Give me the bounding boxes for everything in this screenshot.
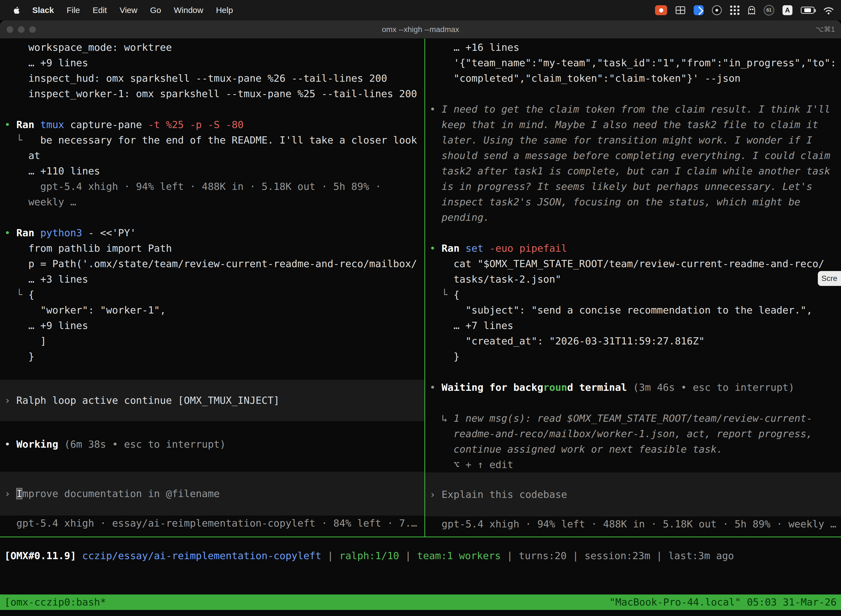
menu-view[interactable]: View: [113, 0, 144, 21]
menu-help[interactable]: Help: [210, 0, 239, 21]
terminal-line: [4, 421, 424, 437]
terminal-line: }: [4, 349, 424, 364]
terminal-line: at: [4, 148, 424, 163]
minimize-button[interactable]: [18, 26, 25, 33]
terminal-line: inspect_hud: omx sparkshell --tmux-pane …: [4, 70, 424, 86]
terminal-line: is in progress? It seems likely but perh…: [429, 179, 841, 194]
terminal-line: └ {: [4, 287, 424, 302]
grid-table-icon[interactable]: [675, 6, 686, 14]
screen-share-overlay-label: Scre: [821, 274, 837, 283]
battery-icon[interactable]: [801, 7, 815, 14]
terminal-line: [429, 395, 841, 411]
terminal-line: "completed","claim_token":"claim-token"}…: [429, 70, 841, 86]
terminal-line: [429, 364, 841, 380]
terminal-line: from pathlib import Path: [4, 241, 424, 256]
terminal-line: • Ran python3 - <<'PY': [4, 225, 424, 241]
close-button[interactable]: [7, 26, 13, 33]
menu-go[interactable]: Go: [144, 0, 167, 21]
traffic-lights: [7, 21, 36, 38]
terminal-line: '{"team_name":"my-team","task_id":"1","f…: [429, 55, 841, 70]
terminal-line: readme-and-reco/mailbox/worker-1.json, a…: [429, 426, 841, 441]
screen-recording-indicator-icon[interactable]: [655, 5, 667, 15]
battery-fill: [804, 8, 811, 12]
record-dot-icon: [659, 8, 663, 12]
terminal-line: [429, 86, 841, 101]
pane-bottom-border: [0, 537, 841, 537]
terminal-line: ⌥ + ↑ edit: [429, 457, 841, 472]
terminal-line: "created_at": "2026-03-31T11:59:27.816Z": [429, 333, 841, 349]
menu-window[interactable]: Window: [167, 0, 210, 21]
terminal-line: inspect task2's JSON, focusing on the st…: [429, 194, 841, 210]
tmux-pane-right[interactable]: … +16 lines '{"team_name":"my-team","tas…: [425, 39, 841, 537]
terminal-line: "worker": "worker-1",: [4, 302, 424, 318]
right-prompt-input[interactable]: › Explain this codebase: [425, 472, 841, 516]
left-working-status: • Working (6m 38s • esc to interrupt): [4, 421, 424, 468]
omx-status-line: [OMX#0.11.9] cczip/essay/ai-reimplementa…: [4, 548, 838, 563]
terminal-line: [4, 364, 424, 380]
terminal-line: … +9 lines: [4, 318, 424, 333]
terminal-line: … +16 lines: [429, 40, 841, 55]
terminal-line: "subject": "send a concise recommendatio…: [429, 302, 841, 318]
menu-bar: Slack File Edit View Go Window Help 61 A: [0, 0, 841, 21]
terminal-line: … +7 lines: [429, 318, 841, 333]
terminal-line: [4, 452, 424, 468]
menu-file[interactable]: File: [60, 0, 86, 21]
tmux-host-time-label: "MacBook-Pro-44.local" 05:03 31-Mar-26: [609, 594, 837, 610]
terminal-line: • I need to get the claim token from the…: [429, 101, 841, 117]
terminal-line: should send a message before completing …: [429, 148, 841, 163]
terminal-line: p = Path('.omx/state/team/review-current…: [4, 256, 424, 271]
terminal-line: › Ralph loop active continue [OMX_TMUX_I…: [4, 393, 280, 408]
terminal-line: continue assigned work or next feasible …: [429, 441, 841, 457]
terminal-window: omx --xhigh --madmax ⌥⌘1 workspace_mode:…: [0, 21, 841, 616]
terminal-line: inspect_worker-1: omx sparkshell --tmux-…: [4, 86, 424, 101]
left-prompt-input[interactable]: › Improve documentation in @filename: [0, 472, 424, 516]
screen-share-overlay[interactable]: Scre: [818, 271, 841, 286]
terminal-line: └ {: [429, 287, 841, 302]
terminal-line: › Explain this codebase: [429, 487, 567, 502]
left-model-status-line: gpt-5.4 xhigh · essay/ai-reimplementatio…: [4, 516, 424, 531]
terminal-line: }: [429, 349, 841, 364]
terminal-line: pending.: [429, 210, 841, 225]
terminal-line: [OMX#0.11.9] cczip/essay/ai-reimplementa…: [4, 548, 838, 563]
terminal-line: › Improve documentation in @filename: [4, 486, 220, 502]
right-model-status-line: gpt-5.4 xhigh · 94% left · 488K in · 5.1…: [429, 516, 841, 532]
tmux-session-label: [omx-cczip0:bash*: [4, 594, 106, 610]
dark-circle-icon[interactable]: [712, 5, 722, 15]
input-source-icon[interactable]: A: [782, 5, 793, 15]
terminal-line: keep that in mind. Maybe I also need the…: [429, 117, 841, 132]
tmux-status-bar: [omx-cczip0:bash* "MacBook-Pro-44.local"…: [0, 594, 841, 610]
right-scrollback: … +16 lines '{"team_name":"my-team","tas…: [429, 40, 841, 472]
dots-grid-icon[interactable]: [730, 6, 740, 15]
apple-menu-icon[interactable]: [11, 5, 22, 16]
terminal-line: weekly …: [4, 194, 424, 210]
terminal-line: … +9 lines: [4, 55, 424, 70]
ghost-icon[interactable]: [748, 6, 756, 15]
terminal-line: task2 after task1 is complete, but can I…: [429, 163, 841, 179]
terminal-line: later. Using the same for transition mig…: [429, 132, 841, 148]
wifi-icon[interactable]: [823, 6, 834, 15]
terminal-line: [4, 210, 424, 225]
terminal-line: ]: [4, 333, 424, 349]
terminal-line: [429, 225, 841, 241]
terminal-line: cat "$OMX_TEAM_STATE_ROOT/team/review-cu…: [429, 256, 841, 271]
window-title: omx --xhigh --madmax: [382, 25, 459, 34]
terminal-line: gpt-5.4 xhigh · 94% left · 488K in · 5.1…: [4, 179, 424, 194]
menu-edit[interactable]: Edit: [86, 0, 113, 21]
terminal-line: • Waiting for background terminal (3m 46…: [429, 380, 841, 395]
terminal-line: … +3 lines: [4, 271, 424, 287]
tmux-pane-left[interactable]: workspace_mode: worktree … +9 lines insp…: [0, 39, 424, 537]
terminal-line: workspace_mode: worktree: [4, 40, 424, 55]
app-menu-slack[interactable]: Slack: [26, 0, 60, 21]
zoom-button[interactable]: [29, 26, 36, 33]
title-bar[interactable]: omx --xhigh --madmax ⌥⌘1: [0, 21, 841, 39]
terminal-line: ↳ 1 new msg(s): read $OMX_TEAM_STATE_ROO…: [429, 411, 841, 426]
terminal-line: └ be necessary for the end of the README…: [4, 132, 424, 148]
terminal-line: • Ran set -euo pipefail: [429, 241, 841, 256]
blue-app-icon[interactable]: [694, 5, 703, 15]
terminal-line: gpt-5.4 xhigh · essay/ai-reimplementatio…: [4, 516, 424, 531]
terminal-line: • Working (6m 38s • esc to interrupt): [4, 437, 424, 452]
stat-badge-icon[interactable]: 61: [764, 5, 774, 15]
terminal-line: [4, 101, 424, 117]
ralph-inject-banner: › Ralph loop active continue [OMX_TMUX_I…: [0, 380, 424, 421]
window-shortcut: ⌥⌘1: [816, 25, 835, 34]
